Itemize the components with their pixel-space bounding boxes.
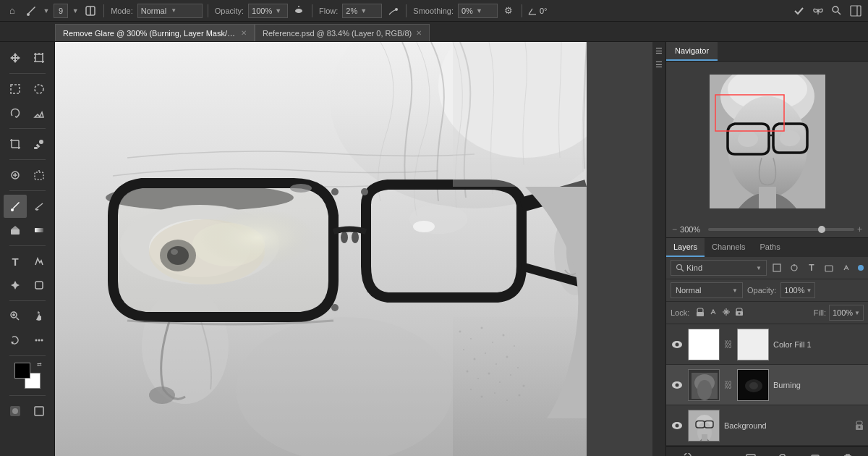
tab-title-2: Reference.psd @ 83.4% (Layer 0, RGB/8) bbox=[263, 29, 412, 38]
mode-dropdown[interactable]: Normal ▼ bbox=[137, 4, 203, 18]
layer-thumb-color-fill[interactable] bbox=[688, 329, 720, 360]
tab-close-1[interactable]: ✕ bbox=[241, 29, 247, 37]
layer-visibility-burning[interactable] bbox=[671, 379, 684, 392]
brush-toggle-icon[interactable] bbox=[82, 3, 98, 19]
home-icon[interactable]: ⌂ bbox=[4, 3, 20, 19]
tab-reference[interactable]: Reference.psd @ 83.4% (Layer 0, RGB/8) ✕ bbox=[255, 24, 430, 41]
checkmark-icon[interactable] bbox=[791, 3, 807, 19]
layer-visibility-color-fill[interactable] bbox=[671, 338, 684, 351]
layer-chain-burning[interactable]: ⛓ bbox=[724, 380, 733, 390]
svg-rect-145 bbox=[702, 434, 707, 442]
screen-mode-tool[interactable] bbox=[27, 400, 51, 423]
filter-smart-icon[interactable] bbox=[839, 261, 854, 275]
pressure-icon[interactable] bbox=[291, 3, 307, 19]
marquee-ellipse-tool[interactable] bbox=[27, 77, 51, 101]
brush-size-display[interactable]: 9 bbox=[54, 4, 68, 18]
extra-tools[interactable] bbox=[27, 329, 51, 352]
object-select-tool[interactable] bbox=[27, 101, 51, 124]
filter-shape-icon[interactable] bbox=[822, 261, 836, 275]
tab-paths[interactable]: Paths bbox=[753, 238, 788, 257]
blend-mode-dropdown[interactable]: Normal ▼ bbox=[671, 282, 743, 298]
zoom-out-icon[interactable]: − bbox=[672, 224, 677, 235]
airbrush-icon[interactable] bbox=[385, 3, 401, 19]
shape-tool[interactable] bbox=[27, 274, 51, 297]
layer-visibility-background[interactable] bbox=[671, 419, 684, 432]
brush-size-arrow[interactable]: ▼ bbox=[71, 3, 80, 19]
layer-chain-color-fill[interactable]: ⛓ bbox=[724, 339, 733, 350]
layer-link-icon[interactable] bbox=[678, 451, 694, 456]
smoothing-display[interactable]: 0% ▼ bbox=[458, 4, 498, 18]
layer-item-background[interactable]: Background bbox=[666, 405, 868, 446]
tool-sep-6 bbox=[9, 300, 46, 301]
pen-tool[interactable] bbox=[4, 274, 27, 297]
svg-point-82 bbox=[477, 378, 479, 379]
color-swatches[interactable]: ⇄ bbox=[14, 363, 41, 389]
opacity-display[interactable]: 100% ▼ bbox=[248, 4, 288, 18]
add-mask-icon[interactable] bbox=[743, 451, 759, 456]
artboard-tool[interactable] bbox=[27, 46, 51, 69]
layer-mask-burning[interactable] bbox=[737, 369, 769, 401]
brush-options-arrow[interactable]: ▼ bbox=[42, 3, 51, 19]
zoom-in-icon[interactable]: + bbox=[857, 224, 862, 235]
marquee-rect-tool[interactable] bbox=[4, 77, 27, 101]
path-select-tool[interactable] bbox=[27, 250, 51, 273]
filter-adj-icon[interactable] bbox=[787, 261, 801, 275]
canvas-content[interactable] bbox=[55, 42, 587, 456]
filter-type-icon[interactable]: T bbox=[804, 261, 819, 275]
move-tool[interactable] bbox=[4, 46, 27, 69]
zoom-slider-thumb[interactable] bbox=[818, 226, 825, 233]
lock-position-icon[interactable] bbox=[721, 307, 731, 319]
tab-close-2[interactable]: ✕ bbox=[416, 29, 422, 37]
tool-row-quick bbox=[4, 400, 51, 423]
divider-5 bbox=[522, 4, 522, 17]
healing-tool[interactable] bbox=[4, 164, 27, 187]
lasso-tool[interactable] bbox=[4, 101, 27, 124]
layers-filter-toolbar: Kind ▼ T bbox=[666, 257, 868, 279]
gradient-tool[interactable] bbox=[27, 219, 51, 242]
zoom-tool[interactable] bbox=[4, 305, 27, 328]
lock-all-icon[interactable] bbox=[734, 307, 744, 319]
layer-thumb-background[interactable] bbox=[688, 410, 720, 442]
new-group-icon[interactable] bbox=[775, 451, 791, 456]
layer-mask-color-fill[interactable] bbox=[737, 329, 769, 360]
zoom-slider-track[interactable] bbox=[708, 228, 854, 231]
tool-sep-7 bbox=[9, 355, 46, 356]
swap-colors-icon[interactable]: ⇄ bbox=[37, 361, 42, 368]
tab-layers[interactable]: Layers bbox=[666, 238, 705, 257]
lock-transparent-icon[interactable] bbox=[695, 307, 705, 319]
tab-channels[interactable]: Channels bbox=[705, 238, 752, 257]
brush-icon[interactable] bbox=[23, 3, 39, 19]
quick-mask-tool[interactable] bbox=[4, 400, 27, 423]
fg-color-swatch[interactable] bbox=[14, 363, 30, 379]
search-icon[interactable] bbox=[829, 3, 845, 19]
opacity-input[interactable]: 100% ▼ bbox=[780, 282, 815, 298]
tab-navigator[interactable]: Navigator bbox=[666, 42, 718, 61]
add-style-icon[interactable]: fx bbox=[711, 451, 727, 456]
text-tool[interactable]: T bbox=[4, 250, 27, 273]
hand-tool[interactable] bbox=[27, 305, 51, 328]
crop-tool[interactable] bbox=[4, 132, 27, 156]
layer-item-color-fill[interactable]: ⛓ Color Fill 1 bbox=[666, 324, 868, 365]
smudge-tool[interactable] bbox=[27, 195, 51, 218]
smoothing-settings-icon[interactable]: ⚙ bbox=[501, 3, 516, 19]
brush-tool[interactable] bbox=[4, 195, 27, 218]
kind-arrow: ▼ bbox=[756, 265, 762, 271]
filter-pixel-icon[interactable] bbox=[770, 261, 784, 275]
filter-kind-dropdown[interactable]: Kind ▼ bbox=[671, 260, 767, 276]
tab-remove-glare[interactable]: Remove Glare @ 300% (Burning, Layer Mask… bbox=[55, 24, 255, 41]
eraser-tool[interactable] bbox=[4, 219, 27, 242]
rotate-view-tool[interactable] bbox=[4, 329, 27, 352]
layout-icon[interactable] bbox=[848, 3, 864, 19]
flow-display[interactable]: 2% ▼ bbox=[342, 4, 382, 18]
butterfly-icon[interactable] bbox=[810, 3, 826, 19]
eyedropper-tool[interactable] bbox=[27, 132, 51, 156]
layer-item-burning[interactable]: ⛓ Burning bbox=[666, 365, 868, 405]
layer-thumb-burning[interactable] bbox=[688, 369, 720, 401]
patch-tool[interactable] bbox=[27, 164, 51, 187]
panel-toggle-icon[interactable]: ☰ bbox=[652, 46, 665, 56]
lock-image-icon[interactable] bbox=[708, 307, 718, 319]
fill-input[interactable]: 100% ▼ bbox=[829, 305, 864, 321]
panel-toggle-2-icon[interactable]: ☰ bbox=[652, 60, 665, 69]
delete-layer-icon[interactable] bbox=[840, 451, 856, 456]
new-layer-icon[interactable] bbox=[807, 451, 823, 456]
